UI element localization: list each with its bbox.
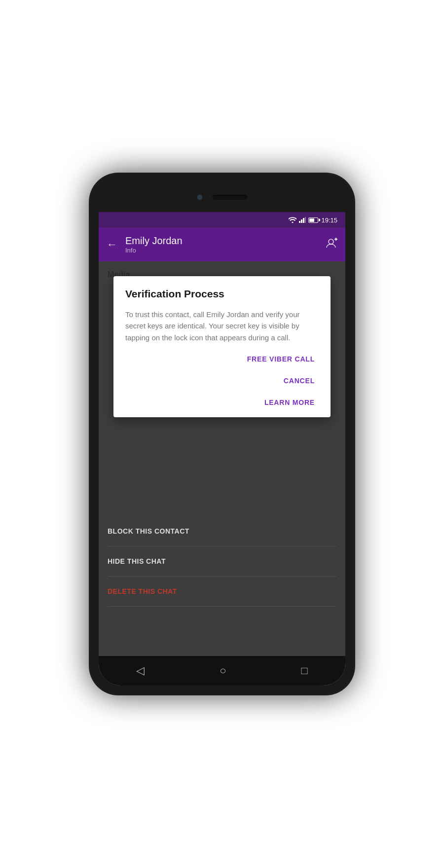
header-subtitle: Info [125,247,325,254]
verification-dialog: Verification Process To trust this conta… [113,276,331,417]
nav-bar: ◁ ○ □ [99,656,345,686]
bottom-actions: BLOCK THIS CONTACT HIDE THIS CHAT DELETE… [99,516,345,607]
content-area: Media 23 Items Verification Process To t… [99,261,345,656]
recent-nav-icon[interactable]: □ [301,664,308,677]
status-icons [289,217,318,223]
phone-screen-container: 19:15 ← Emily Jordan Info [99,182,345,686]
header-title-block: Emily Jordan Info [125,235,325,254]
home-nav-icon[interactable]: ○ [220,664,226,677]
back-button[interactable]: ← [107,238,117,251]
screen: 19:15 ← Emily Jordan Info [99,212,345,686]
cancel-button[interactable]: CANCEL [125,370,319,392]
block-contact-button[interactable]: BLOCK THIS CONTACT [108,516,336,546]
wifi-icon [289,217,296,223]
contact-name: Emily Jordan [125,235,325,247]
svg-rect-1 [301,219,302,223]
app-header: ← Emily Jordan Info [99,228,345,261]
signal-icon [299,217,306,223]
status-time: 19:15 [321,217,337,224]
hide-chat-button[interactable]: HIDE THIS CHAT [108,546,336,577]
battery-icon [308,217,318,223]
learn-more-button[interactable]: LEARN MORE [125,392,319,413]
svg-rect-3 [305,217,306,223]
svg-rect-0 [299,221,300,223]
dialog-body: To trust this contact, call Emily Jordan… [125,309,319,343]
speaker [213,195,247,200]
add-contact-icon[interactable] [325,237,337,253]
svg-rect-2 [303,218,304,223]
phone-device: 19:15 ← Emily Jordan Info [89,173,355,695]
status-bar: 19:15 [99,212,345,228]
svg-point-4 [329,239,333,244]
free-viber-call-button[interactable]: FREE VIBER CALL [125,348,319,370]
delete-chat-button[interactable]: DELETE THIS CHAT [108,577,336,607]
dialog-title: Verification Process [125,288,319,300]
camera [197,194,203,200]
dialog-actions: FREE VIBER CALL CANCEL LEARN MORE [125,348,319,413]
back-nav-icon[interactable]: ◁ [136,664,145,677]
top-bezel [99,182,345,212]
